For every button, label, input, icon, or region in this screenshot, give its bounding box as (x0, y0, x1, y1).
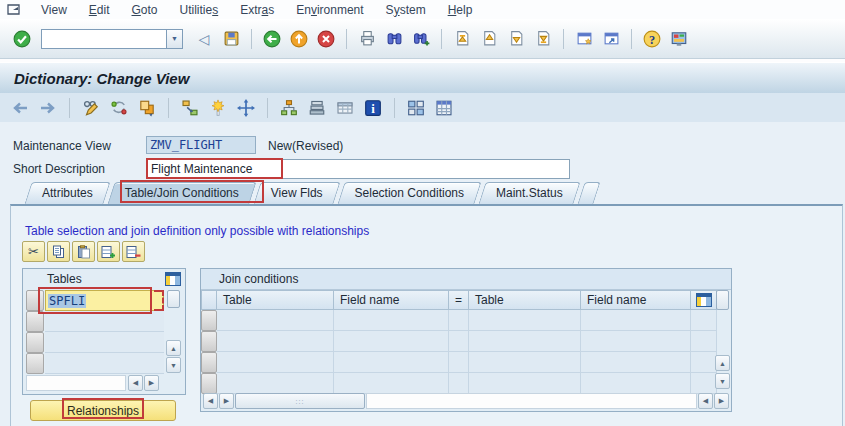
tab-view-flds[interactable]: View Flds (257, 182, 337, 204)
tab-table-join-conditions[interactable]: Table/Join Conditions (111, 182, 253, 204)
row-selector[interactable] (201, 331, 217, 352)
join-cell[interactable] (334, 352, 449, 373)
row-selector[interactable] (201, 352, 217, 373)
join-horizontal-scrollbar[interactable]: ◀ ▶ ::: ◀ ▶ (203, 393, 729, 409)
scroll-right-button[interactable]: ▶ (714, 393, 729, 409)
exit-button[interactable] (287, 27, 311, 51)
customize-layout-button[interactable] (667, 27, 691, 51)
join-cell[interactable] (217, 331, 334, 352)
join-cell[interactable] (449, 373, 469, 394)
collapse-button[interactable]: ◁ (192, 27, 216, 51)
menu-environment[interactable]: Environment (285, 2, 374, 18)
new-session-button[interactable] (572, 27, 596, 51)
page-down-button[interactable] (504, 27, 528, 51)
scroll-left-button[interactable]: ◀ (698, 393, 713, 409)
scroll-left-button[interactable]: ◀ (203, 393, 218, 409)
menu-utilities[interactable]: Utilities (169, 2, 230, 18)
last-page-button[interactable] (531, 27, 555, 51)
join-cell[interactable] (334, 310, 449, 331)
row-selector[interactable] (201, 373, 217, 394)
refresh-button[interactable] (107, 97, 131, 119)
join-cell[interactable] (581, 373, 691, 394)
menu-extras[interactable]: Extras (229, 2, 285, 18)
database-utility-button[interactable] (432, 97, 456, 119)
graphic-button[interactable] (404, 97, 428, 119)
table-name-field[interactable]: SPFLI (45, 290, 164, 311)
join-cell[interactable] (469, 310, 581, 331)
command-input[interactable] (41, 29, 166, 49)
short-description-field[interactable]: Flight Maintenance (146, 159, 570, 179)
join-vertical-scrollbar[interactable]: ▲ ▼ (715, 289, 730, 391)
row-selector[interactable] (26, 311, 44, 332)
paste-button[interactable] (72, 241, 95, 262)
tables-horizontal-scrollbar[interactable]: ◀ ▶ (26, 375, 159, 391)
next-object-button[interactable] (36, 97, 60, 119)
row-selector[interactable] (26, 290, 44, 311)
join-cell[interactable] (217, 352, 334, 373)
previous-object-button[interactable] (8, 97, 32, 119)
insert-row-button[interactable] (97, 241, 120, 262)
join-cell[interactable] (217, 373, 334, 394)
scrollbar-thumb[interactable] (716, 290, 729, 310)
join-cell[interactable] (581, 352, 691, 373)
tab-maint-status[interactable]: Maint.Status (482, 182, 577, 204)
table-settings-icon[interactable] (696, 293, 712, 307)
help-button[interactable]: ? (640, 27, 664, 51)
where-used-button[interactable] (178, 97, 202, 119)
copy-rows-button[interactable] (47, 241, 70, 262)
menu-help[interactable]: Help (437, 2, 484, 18)
display-change-button[interactable] (79, 97, 103, 119)
find-button[interactable] (382, 27, 406, 51)
join-cell[interactable] (449, 331, 469, 352)
scroll-down-button[interactable]: ▼ (715, 373, 730, 389)
scrollbar-thumb[interactable] (167, 290, 180, 308)
join-cell[interactable] (217, 310, 334, 331)
cancel-button[interactable] (314, 27, 338, 51)
scroll-up-button[interactable]: ▲ (166, 340, 181, 356)
join-cell[interactable] (334, 331, 449, 352)
scrollbar-track[interactable] (366, 393, 697, 409)
table-name-cell[interactable] (45, 332, 164, 353)
scroll-up-button[interactable]: ▲ (715, 355, 730, 371)
scroll-left-button[interactable]: ◀ (128, 375, 143, 391)
menu-view[interactable]: View (30, 2, 78, 18)
join-cell[interactable] (469, 331, 581, 352)
relationships-button[interactable]: Relationships (30, 400, 176, 421)
back-button[interactable] (260, 27, 284, 51)
row-selector[interactable] (26, 353, 44, 374)
table-settings-icon[interactable] (165, 272, 181, 286)
row-selector[interactable] (26, 332, 44, 353)
enter-button[interactable] (10, 27, 34, 51)
table-name-cell[interactable] (45, 353, 164, 374)
copy-button[interactable] (135, 97, 159, 119)
join-column-header[interactable]: Table (217, 290, 334, 310)
command-dropdown-button[interactable]: ▼ (166, 29, 183, 49)
delete-row-button[interactable] (122, 241, 145, 262)
join-cell[interactable] (469, 373, 581, 394)
print-button[interactable] (355, 27, 379, 51)
table-contents-button[interactable] (333, 97, 357, 119)
menu-system[interactable]: System (375, 2, 437, 18)
table-name-cell[interactable] (45, 311, 164, 332)
join-cell[interactable] (581, 310, 691, 331)
cut-button[interactable]: ✂ (22, 241, 45, 262)
system-menu-icon[interactable] (6, 3, 22, 17)
first-page-button[interactable] (450, 27, 474, 51)
activate-button[interactable] (206, 97, 230, 119)
scroll-right-button[interactable]: ▶ (219, 393, 234, 409)
join-column-header[interactable]: Field name (581, 290, 691, 310)
join-cell[interactable] (581, 331, 691, 352)
join-cell[interactable] (449, 310, 469, 331)
menu-edit[interactable]: Edit (78, 2, 121, 18)
join-column-header[interactable]: Field name (334, 290, 449, 310)
tab-selection-conditions[interactable]: Selection Conditions (341, 182, 478, 204)
scrollbar-thumb[interactable]: ::: (235, 393, 365, 409)
join-cell[interactable] (469, 352, 581, 373)
scroll-right-button[interactable]: ▶ (144, 375, 159, 391)
join-cell[interactable] (334, 373, 449, 394)
save-button[interactable] (219, 27, 243, 51)
join-column-header[interactable]: Table (469, 290, 581, 310)
join-column-header[interactable]: = (449, 290, 469, 310)
maintenance-view-field[interactable]: ZMV_FLIGHT (146, 136, 256, 154)
tables-vertical-scrollbar[interactable]: ▲ ▼ (166, 290, 181, 372)
